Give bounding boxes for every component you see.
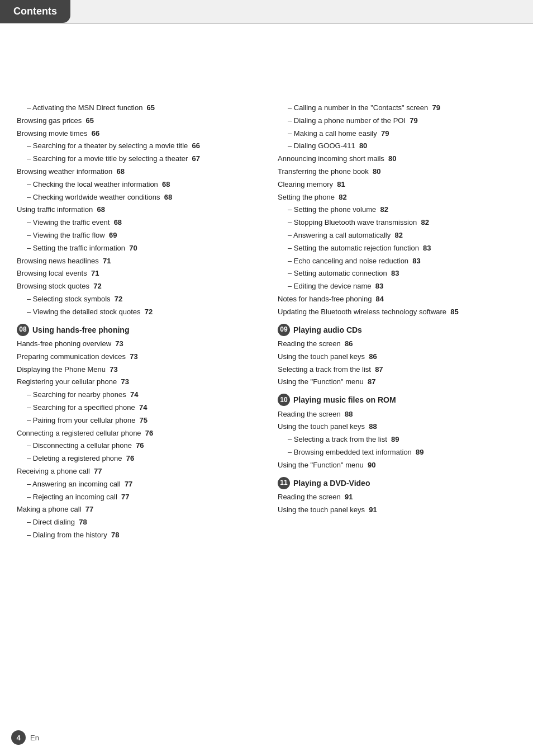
section-09-badge: 09	[278, 324, 290, 336]
list-item: Receiving a phone call 77	[17, 466, 261, 478]
list-item: – Setting the traffic information 70	[17, 243, 261, 254]
list-item: Displaying the Phone Menu 73	[17, 364, 261, 376]
list-item: – Activating the MSN Direct function 65	[17, 102, 261, 114]
list-item: – Checking worldwide weather conditions …	[17, 192, 261, 204]
list-item: – Searching for a movie title by selecti…	[17, 153, 261, 165]
list-item: Using the touch panel keys 91	[278, 504, 522, 516]
list-item: – Pairing from your cellular phone 75	[17, 415, 261, 427]
list-item: – Calling a number in the "Contacts" scr…	[278, 102, 522, 114]
section-09-title: Playing audio CDs	[293, 324, 362, 336]
section-11-header: 11 Playing a DVD-Video	[278, 477, 522, 489]
header-title: Contents	[0, 0, 70, 23]
list-item: – Dialing GOOG-411 80	[278, 140, 522, 152]
list-item: – Stopping Bluetooth wave transmission 8…	[278, 217, 522, 229]
list-item: Connecting a registered cellular phone 7…	[17, 428, 261, 440]
list-item: – Viewing the detailed stock quotes 72	[17, 306, 261, 318]
list-item: – Dialing from the history 78	[17, 530, 261, 541]
list-item: Reading the screen 88	[278, 409, 522, 420]
section-10-badge: 10	[278, 394, 290, 406]
list-item: – Disconnecting a cellular phone 76	[17, 440, 261, 452]
list-item: Browsing gas prices 65	[17, 115, 261, 127]
list-item: Using the touch panel keys 86	[278, 351, 522, 363]
list-item: – Searching for a specified phone 74	[17, 402, 261, 414]
list-item: Updating the Bluetooth wireless technolo…	[278, 306, 522, 318]
page-number-badge: 4	[11, 730, 26, 745]
list-item: Browsing stock quotes 72	[17, 281, 261, 292]
list-item: Browsing movie times 66	[17, 128, 261, 140]
list-item: – Selecting stock symbols 72	[17, 294, 261, 305]
list-item: – Rejecting an incoming call 77	[17, 492, 261, 503]
list-item: Using the "Function" menu 90	[278, 460, 522, 471]
list-item: Using traffic information 68	[17, 204, 261, 216]
list-item: – Editing the device name 83	[278, 281, 522, 292]
list-item: – Searching for a theater by selecting a…	[17, 140, 261, 152]
list-item: – Viewing the traffic event 68	[17, 217, 261, 229]
list-item: – Searching for nearby phones 74	[17, 389, 261, 401]
list-item: – Making a call home easily 79	[278, 128, 522, 140]
list-item: Using the "Function" menu 87	[278, 376, 522, 388]
section-08-title: Using hands-free phoning	[32, 324, 129, 336]
section-08-header: 08 Using hands-free phoning	[17, 324, 261, 336]
list-item: – Dialing a phone number of the POI 79	[278, 115, 522, 127]
section-10-title: Playing music files on ROM	[293, 394, 396, 406]
section-11-title: Playing a DVD-Video	[293, 477, 370, 489]
list-item: Clearing memory 81	[278, 179, 522, 191]
list-item: Browsing news headlines 71	[17, 256, 261, 267]
language-label: En	[30, 734, 39, 742]
list-item: Reading the screen 86	[278, 338, 522, 350]
header-bar: Contents	[0, 0, 533, 24]
list-item: Announcing incoming short mails 80	[278, 153, 522, 165]
section-11-badge: 11	[278, 477, 290, 489]
list-item: Transferring the phone book 80	[278, 166, 522, 178]
list-item: Using the touch panel keys 88	[278, 421, 522, 433]
list-item: Registering your cellular phone 73	[17, 376, 261, 388]
list-item: Browsing local events 71	[17, 268, 261, 280]
list-item: – Setting the automatic rejection functi…	[278, 243, 522, 254]
list-item: – Deleting a registered phone 76	[17, 453, 261, 465]
list-item: – Setting the phone volume 82	[278, 204, 522, 216]
list-item: – Setting automatic connection 83	[278, 268, 522, 280]
list-item: – Answering an incoming call 77	[17, 479, 261, 490]
left-column: – Activating the MSN Direct function 65 …	[17, 102, 261, 542]
section-08-badge: 08	[17, 324, 29, 336]
list-item: Hands-free phoning overview 73	[17, 338, 261, 350]
right-column: – Calling a number in the "Contacts" scr…	[278, 102, 522, 542]
list-item: – Browsing embedded text information 89	[278, 447, 522, 459]
list-item: Setting the phone 82	[278, 192, 522, 204]
list-item: Preparing communication devices 73	[17, 351, 261, 363]
list-item: Selecting a track from the list 87	[278, 364, 522, 376]
list-item: – Echo canceling and noise reduction 83	[278, 256, 522, 267]
list-item: – Direct dialing 78	[17, 517, 261, 528]
list-item: – Viewing the traffic flow 69	[17, 230, 261, 242]
section-10-header: 10 Playing music files on ROM	[278, 394, 522, 406]
list-item: Browsing weather information 68	[17, 166, 261, 178]
list-item: Making a phone call 77	[17, 504, 261, 516]
list-item: Notes for hands-free phoning 84	[278, 294, 522, 305]
list-item: – Checking the local weather information…	[17, 179, 261, 191]
section-09-header: 09 Playing audio CDs	[278, 324, 522, 336]
list-item: – Selecting a track from the list 89	[278, 434, 522, 446]
list-item: Reading the screen 91	[278, 492, 522, 503]
list-item: – Answering a call automatically 82	[278, 230, 522, 242]
